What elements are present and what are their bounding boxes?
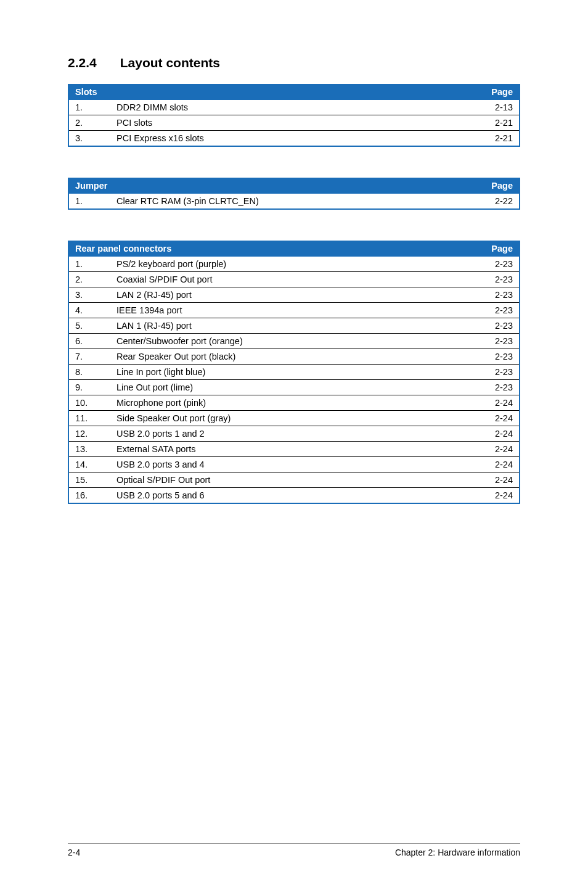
slots-header-right: Page	[470, 84, 520, 100]
section-title: Layout contents	[120, 56, 220, 70]
table-row: 8.Line In port (light blue)2-23	[68, 365, 520, 380]
row-number: 4.	[68, 303, 110, 318]
table-row: 5.LAN 1 (RJ-45) port2-23	[68, 318, 520, 334]
rear-panel-header-left: Rear panel connectors	[68, 241, 470, 257]
row-description: Line In port (light blue)	[110, 365, 470, 380]
table-row: 13.External SATA ports2-24	[68, 442, 520, 457]
table-row: 3.LAN 2 (RJ-45) port2-23	[68, 287, 520, 303]
row-number: 14.	[68, 457, 110, 472]
jumper-table: Jumper Page 1.Clear RTC RAM (3-pin CLRTC…	[68, 178, 520, 210]
footer-chapter-title: Chapter 2: Hardware information	[395, 848, 520, 857]
table-row: 9.Line Out port (lime)2-23	[68, 380, 520, 395]
jumper-header-left: Jumper	[68, 178, 470, 194]
row-page: 2-23	[470, 272, 520, 287]
row-description: External SATA ports	[110, 442, 470, 457]
table-row: 6.Center/Subwoofer port (orange)2-23	[68, 334, 520, 349]
row-description: Rear Speaker Out port (black)	[110, 349, 470, 365]
jumper-table-body: 1.Clear RTC RAM (3-pin CLRTC_EN)2-22	[68, 194, 520, 209]
row-page: 2-24	[470, 488, 520, 504]
row-description: IEEE 1394a port	[110, 303, 470, 318]
slots-header-left: Slots	[68, 84, 470, 100]
row-page: 2-21	[470, 115, 520, 131]
row-page: 2-23	[470, 303, 520, 318]
table-row: 12.USB 2.0 ports 1 and 22-24	[68, 426, 520, 442]
row-number: 6.	[68, 334, 110, 349]
row-page: 2-24	[470, 472, 520, 488]
row-number: 1.	[68, 194, 110, 209]
footer-page-number: 2-4	[68, 848, 80, 857]
row-number: 8.	[68, 365, 110, 380]
row-description: Line Out port (lime)	[110, 380, 470, 395]
row-description: USB 2.0 ports 1 and 2	[110, 426, 470, 442]
row-description: Optical S/PDIF Out port	[110, 472, 470, 488]
row-page: 2-13	[470, 100, 520, 115]
table-row: 2.Coaxial S/PDIF Out port2-23	[68, 272, 520, 287]
section-number: 2.2.4	[68, 56, 97, 70]
slots-table-container: Slots Page 1.DDR2 DIMM slots2-132.PCI sl…	[68, 84, 520, 147]
rear-panel-header-right: Page	[470, 241, 520, 257]
row-description: LAN 1 (RJ-45) port	[110, 318, 470, 334]
row-description: Clear RTC RAM (3-pin CLRTC_EN)	[110, 194, 470, 209]
row-number: 3.	[68, 131, 110, 147]
table-row: 2.PCI slots2-21	[68, 115, 520, 131]
row-page: 2-24	[470, 442, 520, 457]
rear-panel-table-body: 1.PS/2 keyboard port (purple)2-232.Coaxi…	[68, 257, 520, 503]
row-number: 2.	[68, 272, 110, 287]
table-row: 1.PS/2 keyboard port (purple)2-23	[68, 257, 520, 272]
row-number: 15.	[68, 472, 110, 488]
table-row: 11.Side Speaker Out port (gray)2-24	[68, 411, 520, 426]
row-number: 13.	[68, 442, 110, 457]
row-description: LAN 2 (RJ-45) port	[110, 287, 470, 303]
row-page: 2-22	[470, 194, 520, 209]
slots-table-body: 1.DDR2 DIMM slots2-132.PCI slots2-213.PC…	[68, 100, 520, 146]
jumper-table-container: Jumper Page 1.Clear RTC RAM (3-pin CLRTC…	[68, 178, 520, 210]
row-description: PCI slots	[110, 115, 470, 131]
row-page: 2-23	[470, 318, 520, 334]
section-heading: 2.2.4Layout contents	[68, 56, 520, 70]
row-number: 3.	[68, 287, 110, 303]
row-description: Side Speaker Out port (gray)	[110, 411, 470, 426]
table-row: 1.DDR2 DIMM slots2-13	[68, 100, 520, 115]
row-description: Center/Subwoofer port (orange)	[110, 334, 470, 349]
row-description: PS/2 keyboard port (purple)	[110, 257, 470, 272]
slots-table: Slots Page 1.DDR2 DIMM slots2-132.PCI sl…	[68, 84, 520, 147]
row-number: 16.	[68, 488, 110, 504]
row-page: 2-23	[470, 257, 520, 272]
rear-panel-table-container: Rear panel connectors Page 1.PS/2 keyboa…	[68, 241, 520, 504]
row-page: 2-24	[470, 426, 520, 442]
row-page: 2-21	[470, 131, 520, 147]
row-description: PCI Express x16 slots	[110, 131, 470, 147]
row-number: 9.	[68, 380, 110, 395]
row-page: 2-23	[470, 349, 520, 365]
table-row: 3.PCI Express x16 slots2-21	[68, 131, 520, 147]
row-page: 2-24	[470, 395, 520, 411]
row-number: 7.	[68, 349, 110, 365]
row-description: DDR2 DIMM slots	[110, 100, 470, 115]
jumper-table-header-row: Jumper Page	[68, 178, 520, 194]
table-row: 16.USB 2.0 ports 5 and 62-24	[68, 488, 520, 504]
table-row: 4.IEEE 1394a port2-23	[68, 303, 520, 318]
page-footer: 2-4 Chapter 2: Hardware information	[68, 843, 520, 857]
table-row: 1.Clear RTC RAM (3-pin CLRTC_EN)2-22	[68, 194, 520, 209]
row-page: 2-24	[470, 411, 520, 426]
table-row: 14.USB 2.0 ports 3 and 42-24	[68, 457, 520, 472]
row-number: 10.	[68, 395, 110, 411]
jumper-header-right: Page	[470, 178, 520, 194]
table-row: 7.Rear Speaker Out port (black)2-23	[68, 349, 520, 365]
row-number: 12.	[68, 426, 110, 442]
row-page: 2-23	[470, 334, 520, 349]
row-page: 2-23	[470, 287, 520, 303]
row-page: 2-24	[470, 457, 520, 472]
table-row: 10.Microphone port (pink)2-24	[68, 395, 520, 411]
slots-table-header-row: Slots Page	[68, 84, 520, 100]
row-number: 11.	[68, 411, 110, 426]
row-page: 2-23	[470, 380, 520, 395]
row-description: USB 2.0 ports 3 and 4	[110, 457, 470, 472]
row-description: Microphone port (pink)	[110, 395, 470, 411]
rear-panel-table: Rear panel connectors Page 1.PS/2 keyboa…	[68, 241, 520, 504]
row-number: 5.	[68, 318, 110, 334]
row-number: 1.	[68, 100, 110, 115]
rear-panel-table-header-row: Rear panel connectors Page	[68, 241, 520, 257]
table-row: 15.Optical S/PDIF Out port2-24	[68, 472, 520, 488]
row-number: 2.	[68, 115, 110, 131]
